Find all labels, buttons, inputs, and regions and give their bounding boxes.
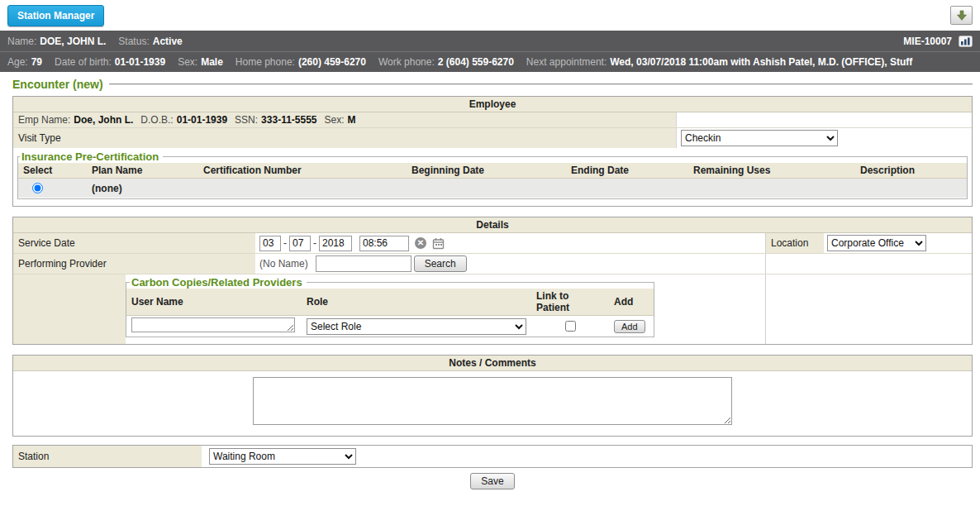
home-phone-value: (260) 459-6270 — [298, 56, 366, 68]
save-button[interactable]: Save — [470, 473, 514, 489]
emp-dob-label: D.O.B.: — [140, 114, 173, 126]
patient-id: MIE-10007 — [903, 36, 952, 47]
date-separator: - — [283, 237, 287, 249]
provider-search-button[interactable]: Search — [414, 255, 467, 272]
emp-name-label: Emp Name: — [18, 114, 70, 126]
carbon-username-input[interactable] — [131, 317, 295, 332]
station-value-cell: Waiting Room — [202, 446, 972, 467]
download-icon — [956, 10, 968, 21]
emp-sex-value: M — [348, 114, 356, 126]
patient-summary-bar: Name: DOE, JOHN L. Status: Active MIE-10… — [0, 31, 980, 51]
performing-provider-inputs: (No Name) Search — [255, 254, 765, 274]
visit-type-label-cell: Visit Type — [13, 128, 676, 148]
service-date-year-input[interactable] — [319, 236, 352, 251]
carbon-row-spacer — [765, 274, 972, 344]
employee-info-row: Emp Name: Doe, John L. D.O.B.: 01-01-193… — [13, 112, 972, 127]
insurance-precert-title: Insurance Pre-Certification — [20, 150, 163, 163]
sex-value: Male — [201, 56, 223, 68]
notes-textarea[interactable] — [253, 377, 732, 425]
visit-type-value-cell: Checkin — [676, 128, 972, 148]
carbon-copies-title: Carbon Copies/Related Providers — [130, 276, 307, 289]
location-label-cell: Location — [766, 233, 824, 253]
top-toolbar: Station Manager — [0, 0, 980, 31]
home-phone-label: Home phone: — [235, 56, 295, 68]
col-user-name: User Name — [126, 289, 302, 316]
carbon-input-row: Select Role Add — [126, 316, 654, 337]
station-section: Station Waiting Room — [12, 445, 973, 468]
provider-search-input[interactable] — [316, 255, 412, 272]
date-separator: - — [313, 237, 316, 249]
encounter-legend: Encounter (new) — [12, 78, 973, 91]
col-add: Add — [609, 289, 654, 316]
age-label: Age: — [7, 56, 28, 68]
clear-date-button[interactable]: ✕ — [415, 237, 426, 249]
station-manager-button[interactable]: Station Manager — [7, 5, 104, 26]
age-value: 79 — [31, 56, 42, 68]
carbon-copies-table: User Name Role Link to Patient Add — [126, 289, 654, 337]
service-date-row: Service Date - - ✕ — [13, 233, 972, 253]
encounter-title: Encounter (new) — [12, 78, 103, 91]
location-label: Location — [771, 237, 808, 249]
work-phone-label: Work phone: — [378, 56, 435, 68]
col-select: Select — [18, 163, 87, 179]
dob-label: Date of birth: — [55, 56, 112, 68]
next-appointment-label: Next appointment: — [526, 56, 607, 68]
next-appointment-value: Wed, 03/07/2018 11:00am with Ashish Pate… — [610, 56, 912, 68]
employee-info: Emp Name: Doe, John L. D.O.B.: 01-01-193… — [13, 112, 676, 127]
col-cert-number: Certification Number — [198, 163, 407, 179]
service-time-input[interactable] — [359, 236, 409, 251]
name-label: Name: — [7, 36, 36, 47]
patient-status: Active — [153, 36, 183, 47]
emp-ssn-label: SSN: — [235, 114, 258, 126]
performing-provider-row: Performing Provider (No Name) Search — [13, 253, 972, 274]
calendar-icon — [432, 237, 445, 250]
encounter-form: Encounter (new) Employee Emp Name: Doe, … — [0, 72, 980, 489]
emp-name-value: Doe, John L. — [74, 114, 133, 126]
employee-header: Employee — [13, 97, 972, 112]
carbon-add-button[interactable]: Add — [614, 320, 645, 333]
insurance-precert-table: Select Plan Name Certification Number Be… — [18, 163, 967, 198]
performing-provider-label: Performing Provider — [18, 258, 107, 270]
dob-value: 01-01-1939 — [115, 56, 165, 68]
station-label-cell: Station — [13, 446, 202, 467]
notes-section: Notes / Comments — [12, 355, 973, 437]
carbon-header-row: User Name Role Link to Patient Add — [126, 289, 654, 316]
work-phone-value: 2 (604) 559-6270 — [438, 56, 514, 68]
insurance-select-radio[interactable] — [32, 183, 43, 193]
save-row: Save — [12, 473, 973, 489]
patient-demographics-bar: Age: 79 Date of birth: 01-01-1939 Sex: M… — [0, 51, 980, 72]
service-date-day-input[interactable] — [289, 236, 311, 251]
download-button[interactable] — [950, 6, 973, 25]
carbon-copies-label-cell — [13, 274, 126, 344]
carbon-copies-section: Carbon Copies/Related Providers User Nam… — [126, 276, 654, 337]
carbon-copies-cell: Carbon Copies/Related Providers User Nam… — [126, 274, 765, 344]
col-plan-name: Plan Name — [87, 163, 198, 179]
station-select[interactable]: Waiting Room — [209, 448, 356, 465]
service-date-month-input[interactable] — [259, 236, 281, 251]
col-ending-date: Ending Date — [566, 163, 688, 179]
plan-name-none: (none) — [87, 179, 198, 198]
visit-type-select[interactable]: Checkin — [681, 130, 838, 146]
sex-label: Sex: — [178, 56, 197, 68]
emp-ssn-value: 333-11-5555 — [261, 114, 316, 126]
station-row: Station Waiting Room — [13, 446, 972, 467]
visit-type-row: Visit Type Checkin — [13, 127, 972, 148]
carbon-copies-row: Carbon Copies/Related Providers User Nam… — [13, 274, 972, 344]
legend-divider — [109, 84, 973, 85]
provider-row-spacer — [765, 254, 972, 274]
col-beginning-date: Beginning Date — [407, 163, 566, 179]
service-date-label: Service Date — [18, 237, 75, 249]
employee-section: Employee Emp Name: Doe, John L. D.O.B.: … — [12, 96, 973, 207]
status-label: Status: — [118, 36, 149, 47]
chart-icon[interactable] — [959, 36, 973, 47]
location-select[interactable]: Corporate Office — [827, 235, 926, 251]
col-role: Role — [302, 289, 531, 316]
col-description: Description — [855, 163, 967, 179]
link-to-patient-checkbox[interactable] — [565, 321, 576, 332]
col-remaining-uses: Remaining Uses — [688, 163, 855, 179]
col-link-to-patient: Link to Patient — [531, 289, 609, 316]
insurance-header-row: Select Plan Name Certification Number Be… — [18, 163, 967, 179]
visit-type-label: Visit Type — [18, 132, 61, 144]
carbon-role-select[interactable]: Select Role — [307, 318, 526, 335]
calendar-button[interactable] — [432, 237, 445, 250]
